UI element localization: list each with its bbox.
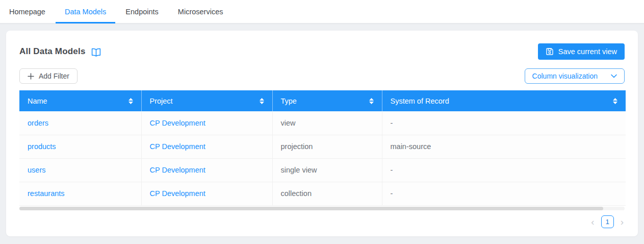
cell-system-of-record: - [382,182,626,205]
floppy-disk-icon [546,47,554,56]
tab-label: Data Models [65,8,106,16]
chevron-left-icon: ‹ [591,216,594,227]
cell-name: users [19,158,141,182]
data-model-link[interactable]: orders [28,119,48,127]
open-book-icon[interactable] [91,48,101,57]
column-visualization-dropdown[interactable]: Column visualization [525,68,625,84]
save-button-label: Save current view [558,47,617,56]
cell-type: collection [272,182,382,205]
cell-name: products [19,135,141,158]
cell-type: projection [272,135,382,158]
table-header-row: Name Project [19,90,626,111]
project-link[interactable]: CP Development [150,166,205,174]
pagination-page-1[interactable]: 1 [601,215,614,228]
project-link[interactable]: CP Development [150,189,205,198]
project-link[interactable]: CP Development [150,119,205,127]
tab-label: Homepage [9,8,45,16]
table-row: restaurants CP Development collection - [19,182,626,205]
tab-microservices[interactable]: Microservices [169,0,233,23]
cell-project: CP Development [141,158,272,182]
pagination-prev-button[interactable]: ‹ [590,217,595,227]
column-header-type[interactable]: Type [272,90,382,111]
cell-project: CP Development [141,182,272,205]
tab-label: Microservices [178,8,223,16]
chevron-right-icon: › [621,216,624,227]
column-header-system-of-record[interactable]: System of Record [382,90,626,111]
cell-type: single view [272,158,382,182]
page-title: All Data Models [19,46,86,57]
column-visualization-label: Column visualization [532,72,598,80]
table-row: users CP Development single view - [19,158,626,182]
cell-project: CP Development [141,135,272,158]
panel-header: All Data Models Save current view [19,43,625,60]
cell-name: restaurants [19,182,141,205]
add-filter-label: Add Filter [39,72,69,80]
cell-system-of-record: - [382,158,626,182]
table-row: products CP Development projection main-… [19,135,626,158]
sort-icon [613,98,617,104]
pagination: ‹ 1 › [19,215,625,228]
tab-label: Endpoints [125,8,159,16]
plus-icon [28,73,34,80]
tab-homepage[interactable]: Homepage [0,0,55,23]
sort-icon [369,98,374,104]
all-data-models-panel: All Data Models Save current view [6,31,638,236]
chevron-down-icon [611,74,617,78]
save-current-view-button[interactable]: Save current view [538,43,625,60]
tab-endpoints[interactable]: Endpoints [116,0,168,23]
cell-project: CP Development [141,111,272,135]
sort-icon [128,98,133,104]
column-header-project[interactable]: Project [141,90,272,111]
data-model-link[interactable]: users [28,166,45,174]
column-header-label: Type [281,97,297,105]
data-model-link[interactable]: products [28,142,56,151]
column-header-label: System of Record [391,97,449,105]
column-header-name[interactable]: Name [19,90,141,111]
column-header-label: Name [28,97,47,105]
sort-icon [260,98,264,104]
cell-system-of-record: - [382,111,626,135]
table-row: orders CP Development view - [19,111,626,135]
column-header-label: Project [150,97,173,105]
horizontal-scrollbar-thumb[interactable] [19,207,603,210]
pagination-next-button[interactable]: › [620,217,625,227]
table-toolbar: Add Filter Column visualization [19,68,625,84]
top-tab-bar: Homepage Data Models Endpoints Microserv… [0,0,644,23]
horizontal-scrollbar [19,207,625,210]
data-models-table: Name Project [19,90,626,206]
data-model-link[interactable]: restaurants [28,189,65,198]
cell-name: orders [19,111,141,135]
tab-data-models[interactable]: Data Models [56,0,115,23]
add-filter-button[interactable]: Add Filter [19,68,78,84]
cell-system-of-record: main-source [382,135,626,158]
cell-type: view [272,111,382,135]
project-link[interactable]: CP Development [150,142,205,151]
